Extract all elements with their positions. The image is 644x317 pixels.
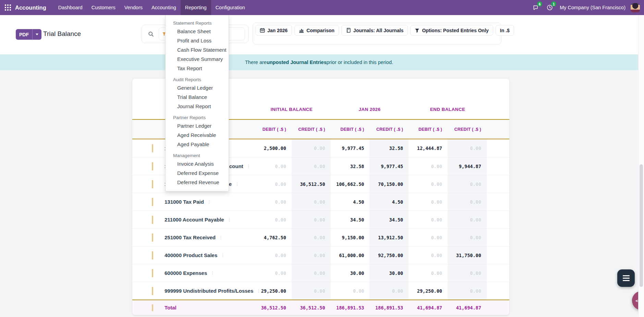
- page-title: Trial Balance: [43, 30, 81, 38]
- kebab-menu-icon[interactable]: ⋮: [219, 235, 223, 240]
- value-cell: 0.00: [409, 193, 448, 211]
- nav-item-vendors[interactable]: Vendors: [120, 0, 147, 15]
- app-name[interactable]: Accounting: [15, 4, 46, 11]
- value-cell: 0.00: [409, 264, 448, 282]
- filter-in[interactable]: In .$: [496, 25, 514, 36]
- kebab-menu-icon[interactable]: ⋮: [220, 253, 225, 258]
- fold-marker[interactable]: [152, 269, 153, 277]
- messages-badge: 6: [537, 1, 542, 7]
- value-cell: 0.00: [253, 193, 292, 211]
- menu-item-trial-balance[interactable]: Trial Balance: [166, 92, 229, 102]
- hamburger-icon: [623, 275, 630, 276]
- account-name[interactable]: 131000 Tax Paid: [165, 199, 204, 205]
- kebab-menu-icon[interactable]: ⋮: [227, 217, 232, 222]
- menu-item-profit-and-loss[interactable]: Profit and Loss: [166, 36, 229, 45]
- value-cell: 31,750.00: [448, 246, 487, 264]
- value-cell: 0.00: [448, 264, 487, 282]
- nav-item-configuration[interactable]: Configuration: [211, 0, 250, 15]
- value-cell: 0.00: [292, 157, 331, 175]
- fold-marker[interactable]: [152, 304, 153, 311]
- account-cell: 400000 Product Sales⋮: [132, 246, 253, 264]
- fold-marker[interactable]: [152, 251, 153, 259]
- fold-marker[interactable]: [152, 180, 153, 188]
- filter-jan-2026[interactable]: Jan 2026: [255, 25, 292, 36]
- column-group-jan-2026: JAN 2026: [331, 107, 409, 112]
- value-cell: 0.00: [448, 229, 487, 246]
- menu-section-audit-reports: Audit ReportsGeneral LedgerTrial Balance…: [166, 76, 229, 111]
- menu-item-deferred-revenue[interactable]: Deferred Revenue: [166, 178, 229, 187]
- filter-label: In .$: [500, 28, 510, 33]
- filter-label: Options: Posted Entries Only: [422, 28, 488, 33]
- unposted-entries-link[interactable]: unposted Journal Entries: [267, 60, 327, 65]
- menu-item-executive-summary[interactable]: Executive Summary: [166, 54, 229, 64]
- total-value-cell: 186,891.53: [369, 300, 409, 315]
- account-name[interactable]: 211000 Account Payable: [165, 217, 224, 223]
- filter-comparison[interactable]: Comparison: [294, 25, 339, 36]
- account-cell: 251000 Tax Received⋮: [132, 229, 253, 246]
- filter-options-posted-entries-only[interactable]: Options: Posted Entries Only: [410, 25, 493, 36]
- kebab-menu-icon[interactable]: ⋮: [235, 181, 239, 187]
- value-cell: 0.00: [292, 211, 331, 228]
- search-icon: [148, 31, 154, 37]
- activities-button[interactable]: 1: [544, 1, 556, 14]
- subheader-credit: CREDIT ( .$ ): [369, 127, 409, 132]
- menu-item-aged-receivable[interactable]: Aged Receivable: [166, 130, 229, 140]
- value-cell: 0.00: [369, 282, 409, 300]
- fold-marker[interactable]: [152, 216, 153, 224]
- nav-item-customers[interactable]: Customers: [87, 0, 120, 15]
- menu-item-journal-report[interactable]: Journal Report: [166, 102, 229, 111]
- value-cell: 4.50: [331, 193, 370, 211]
- subheader-debit: DEBIT ( .$ ): [409, 127, 448, 132]
- menu-item-balance-sheet[interactable]: Balance Sheet: [166, 27, 229, 36]
- subheader-debit: DEBIT ( .$ ): [253, 127, 292, 132]
- menu-item-cash-flow-statement[interactable]: Cash Flow Statement: [166, 45, 229, 54]
- account-cell: 211000 Account Payable⋮: [132, 211, 253, 228]
- nav-item-reporting[interactable]: Reporting: [181, 0, 211, 15]
- pdf-dropdown-toggle[interactable]: [32, 29, 41, 40]
- kebab-menu-icon[interactable]: ⋮: [246, 164, 251, 169]
- fold-marker[interactable]: [152, 162, 153, 170]
- value-cell: 29,250.00: [409, 282, 448, 300]
- fold-marker[interactable]: [152, 144, 153, 152]
- value-cell: 70,150.00: [369, 175, 409, 193]
- account-name[interactable]: 600000 Expenses: [165, 270, 207, 276]
- menu-item-invoice-analysis[interactable]: Invoice Analysis: [166, 159, 229, 168]
- pdf-button[interactable]: PDF: [16, 29, 32, 40]
- value-cell: 0.00: [292, 139, 331, 157]
- filter-journals-all-journals[interactable]: Journals: All Journals: [341, 25, 408, 36]
- menu-item-tax-report[interactable]: Tax Report: [166, 64, 229, 73]
- floating-menu-button[interactable]: [617, 269, 635, 287]
- menu-item-partner-ledger[interactable]: Partner Ledger: [166, 121, 229, 130]
- kebab-menu-icon[interactable]: ⋮: [207, 199, 211, 204]
- table-row: 600000 Expenses⋮0.000.0030.0030.000.000.…: [132, 264, 509, 282]
- account-cell: 999999 Undistributed Profits/Losses⋮: [132, 282, 253, 300]
- value-cell: 32.58: [369, 139, 409, 157]
- menu-item-general-ledger[interactable]: General Ledger: [166, 83, 229, 92]
- scrollbar-thumb[interactable]: [640, 164, 643, 287]
- menu-item-aged-payable[interactable]: Aged Payable: [166, 140, 229, 149]
- account-name[interactable]: 400000 Product Sales: [165, 252, 217, 258]
- nav-item-dashboard[interactable]: Dashboard: [54, 0, 87, 15]
- company-switcher[interactable]: My Company (San Francisco): [560, 5, 625, 10]
- menu-item-deferred-expense[interactable]: Deferred Expense: [166, 168, 229, 178]
- value-cell: 0.00: [448, 175, 487, 193]
- kebab-menu-icon[interactable]: ⋮: [210, 270, 215, 276]
- table-row: 131000 Tax Paid⋮0.000.004.504.500.000.00: [132, 193, 509, 211]
- value-cell: 36,512.50: [292, 175, 331, 193]
- messages-button[interactable]: 6: [530, 1, 542, 14]
- user-avatar[interactable]: [631, 3, 640, 12]
- unposted-entries-banner: There are unposted Journal Entries prior…: [0, 54, 638, 70]
- account-name[interactable]: 999999 Undistributed Profits/Losses: [165, 288, 253, 294]
- value-cell: 0.00: [409, 175, 448, 193]
- fold-marker[interactable]: [152, 287, 153, 295]
- account-name[interactable]: 251000 Tax Received: [165, 234, 216, 240]
- table-row: 999999 Undistributed Profits/Losses⋮29,2…: [132, 282, 509, 300]
- apps-grid-icon[interactable]: [5, 4, 11, 11]
- nav-item-accounting[interactable]: Accounting: [147, 0, 181, 15]
- fold-marker[interactable]: [152, 198, 153, 206]
- fold-marker[interactable]: [152, 233, 153, 242]
- reporting-dropdown-menu: Statement ReportsBalance SheetProfit and…: [165, 15, 229, 191]
- total-value-cell: 36,512.50: [292, 300, 331, 315]
- subheader-credit: CREDIT ( .$ ): [448, 127, 487, 132]
- value-cell: 30.00: [331, 264, 370, 282]
